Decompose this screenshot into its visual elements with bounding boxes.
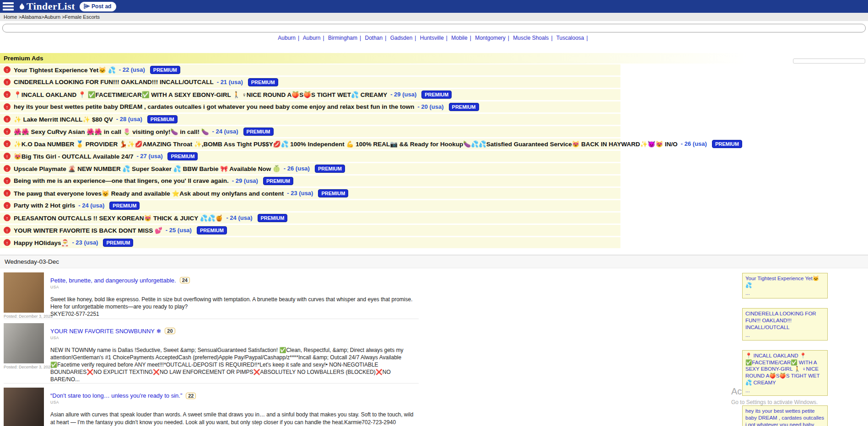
- premium-badge: PREMIUM: [109, 202, 140, 210]
- premium-ad-age-meta: - 23 (usa): [72, 239, 98, 246]
- listing-description: Asian allure with curves that speak loud…: [50, 411, 419, 426]
- city-link[interactable]: Dothan: [365, 35, 383, 41]
- city-link[interactable]: Birmingham: [328, 35, 357, 41]
- premium-ad-title: YOUR WINTER FAVORITE IS BACK DONT MISS 💕: [14, 227, 162, 234]
- sidebar-ad-box[interactable]: ↑CINDERELLA LOOKING FOR FUN!!! OAKLAND!!…: [742, 308, 828, 341]
- premium-badge: PREMIUM: [147, 115, 178, 123]
- city-separator: |: [551, 35, 552, 41]
- up-arrow-icon: ↑: [4, 165, 11, 172]
- premium-ad-row[interactable]: ↑ The pawg that everyone loves😺 Ready an…: [0, 188, 620, 199]
- premium-ad-age-meta: - 20 (usa): [417, 103, 443, 110]
- premium-ad-title: CINDERELLA LOOKING FOR FUN!!! OAKLAND!!!…: [14, 79, 214, 85]
- listing-description: Sweet like honey, bold like espresso. Pe…: [50, 296, 419, 318]
- city-link[interactable]: Auburn: [303, 35, 321, 41]
- premium-ad-title: Your Tightest Experience Yet🐱 💦: [14, 66, 116, 74]
- premium-ad-title: Being with me is an experience—one that …: [14, 177, 229, 184]
- sidebar-ad-more: ...: [745, 290, 825, 297]
- premium-ad-row[interactable]: ↑ PLEASANTON OUTCALLS !! SEXY KOREAN😻 TH…: [0, 213, 620, 224]
- premium-ad-age-meta: - 22 (usa): [119, 66, 145, 73]
- premium-ad-age-meta: - 27 (usa): [136, 153, 162, 160]
- listing-photo[interactable]: [4, 272, 44, 313]
- post-ad-button[interactable]: Post ad: [80, 2, 116, 11]
- city-separator: |: [360, 35, 361, 41]
- city-separator: |: [446, 35, 447, 41]
- sidebar-ad-more: ...: [745, 387, 825, 394]
- premium-ad-row[interactable]: ↑ ✨ Lake Merritt INCALL✨ $80 QV - 28 (us…: [0, 114, 620, 125]
- listing-photo-column: Posted: December 3, 2025: [4, 272, 45, 319]
- premium-ad-row[interactable]: ↑ ✨K.O Daa NUMBER 🥇 PROVIDER 💃✨💋AMAZING …: [0, 138, 620, 149]
- up-arrow-icon: ↑: [4, 227, 11, 234]
- city-link[interactable]: Tuscaloosa: [556, 35, 584, 41]
- premium-ad-title: 🌺🌺 Sexy CuRvy Asian 🌺🌺 in call 🌷 visitin…: [14, 128, 209, 135]
- listing-body: YOUR NEW FAVORITE SNOWBUNNY ❄ 20 USA NEW…: [50, 323, 419, 383]
- up-arrow-icon: ↑: [4, 202, 11, 209]
- listing-title-link[interactable]: “Don't stare too long… unless you're rea…: [50, 392, 182, 399]
- premium-badge: PREMIUM: [421, 91, 452, 99]
- premium-ad-row[interactable]: ↑ Happy HOlidays🎅 - 23 (usa) PREMIUM: [0, 237, 620, 248]
- premium-badge: PREMIUM: [318, 189, 348, 197]
- age-badge: 22: [186, 393, 196, 399]
- premium-ad-title: 📍INCALL OAKLAND 📍 ✅FACETIME/CAR✅ WITH A …: [14, 91, 387, 98]
- city-link[interactable]: Huntsville: [420, 35, 444, 41]
- listing-photo-column: Posted: December 3, 2025: [4, 323, 45, 383]
- listing-title-link[interactable]: Petite, brunette, and dangerously unforg…: [50, 277, 176, 284]
- age-badge: 20: [165, 328, 175, 334]
- premium-ad-row[interactable]: ↑ Upscale Playmate 🌋 NEW NUMBER 💦 Super …: [0, 163, 620, 174]
- sidebar-ad-box[interactable]: ↑hey its your best wettes petite baby DR…: [742, 405, 828, 426]
- city-link[interactable]: Muscle Shoals: [513, 35, 549, 41]
- premium-ad-row[interactable]: ↑ hey its your best wettes petite baby D…: [0, 101, 620, 112]
- premium-ad-row[interactable]: ↑ Party with 2 Hot girls - 24 (usa) PREM…: [0, 200, 620, 211]
- floating-scrollbar[interactable]: [793, 59, 865, 64]
- sidebar-premium-list: ↑Your Tightest Experience Yet🐱 💦 ... ↑CI…: [742, 273, 828, 426]
- city-link[interactable]: Montgomery: [475, 35, 506, 41]
- city-link[interactable]: Mobile: [451, 35, 467, 41]
- premium-ad-age-meta: - 28 (usa): [116, 116, 142, 122]
- up-arrow-icon: ↑: [4, 91, 11, 98]
- premium-ad-row[interactable]: ↑ YOUR WINTER FAVORITE IS BACK DONT MISS…: [0, 225, 620, 236]
- city-separator: |: [385, 35, 386, 41]
- listing-photo[interactable]: [4, 388, 44, 426]
- listing-location: USA: [50, 335, 419, 340]
- city-link[interactable]: Gadsden: [390, 35, 413, 41]
- premium-badge: PREMIUM: [103, 239, 133, 247]
- listing-row: Posted: December 3, 2025 YOUR NEW FAVORI…: [4, 319, 419, 384]
- breadcrumb[interactable]: Home >Alabama>Auburn >Female Escorts: [0, 13, 868, 21]
- premium-ad-row[interactable]: ↑ CINDERELLA LOOKING FOR FUN!!! OAKLAND!…: [0, 77, 620, 88]
- premium-ad-age-meta: - 21 (usa): [217, 79, 243, 85]
- city-separator: |: [323, 35, 324, 41]
- city-separator: |: [587, 35, 588, 41]
- sidebar-ad-box[interactable]: ↑📍 INCALL OAKLAND 📍 ✅FACETIME/CAR✅ WITH …: [742, 350, 828, 396]
- up-arrow-icon: ↑: [4, 239, 11, 246]
- listing-photo[interactable]: [4, 323, 44, 363]
- listings-list: Posted: December 3, 2025 Petite, brunett…: [0, 268, 419, 426]
- premium-ads-title: Premium Ads: [0, 53, 787, 64]
- brand-logo[interactable]: TinderList: [18, 0, 75, 12]
- up-arrow-icon: ↑: [4, 79, 11, 85]
- search-input[interactable]: [2, 24, 866, 32]
- sidebar-ad-title: Your Tightest Experience Yet🐱 💦: [745, 276, 819, 288]
- up-arrow-icon: ↑: [4, 66, 11, 73]
- posted-date: Posted: December 3, 2025: [4, 365, 45, 369]
- listing-row: Posted: December 3, 2025 Petite, brunett…: [4, 268, 419, 319]
- premium-ad-row[interactable]: ↑ 😻Big Tits Girl - OUTCALL Available 24/…: [0, 151, 620, 162]
- premium-ad-age-meta: - 29 (usa): [232, 177, 258, 184]
- premium-ad-title: ✨ Lake Merritt INCALL✨ $80 QV: [14, 116, 113, 123]
- premium-ad-title: hey its your best wettes petite baby DRE…: [14, 103, 414, 110]
- premium-ad-row[interactable]: ↑ Being with me is an experience—one tha…: [0, 176, 620, 186]
- flame-icon: [18, 2, 26, 11]
- premium-ad-row[interactable]: ↑ Your Tightest Experience Yet🐱 💦 - 22 (…: [0, 64, 620, 75]
- sidebar-ad-box[interactable]: ↑Your Tightest Experience Yet🐱 💦 ...: [742, 273, 828, 298]
- sidebar-ad-title: hey its your best wettes petite baby DRE…: [745, 408, 824, 426]
- up-arrow-icon: ↑: [4, 116, 11, 122]
- hamburger-menu-icon[interactable]: [3, 2, 14, 11]
- listing-photo-column: Posted: December 3, 2025: [4, 388, 45, 426]
- premium-ad-row[interactable]: ↑ 🌺🌺 Sexy CuRvy Asian 🌺🌺 in call 🌷 visit…: [0, 126, 620, 137]
- up-arrow-icon: ↑: [4, 190, 11, 197]
- premium-ad-row[interactable]: ↑ 📍INCALL OAKLAND 📍 ✅FACETIME/CAR✅ WITH …: [0, 89, 620, 100]
- city-link[interactable]: Auburn: [278, 35, 296, 41]
- premium-badge: PREMIUM: [258, 214, 288, 222]
- listing-title-link[interactable]: YOUR NEW FAVORITE SNOWBUNNY ❄: [50, 328, 161, 335]
- listing-location: USA: [50, 285, 419, 289]
- up-arrow-icon: ↑: [4, 153, 11, 160]
- age-badge: 24: [180, 277, 190, 283]
